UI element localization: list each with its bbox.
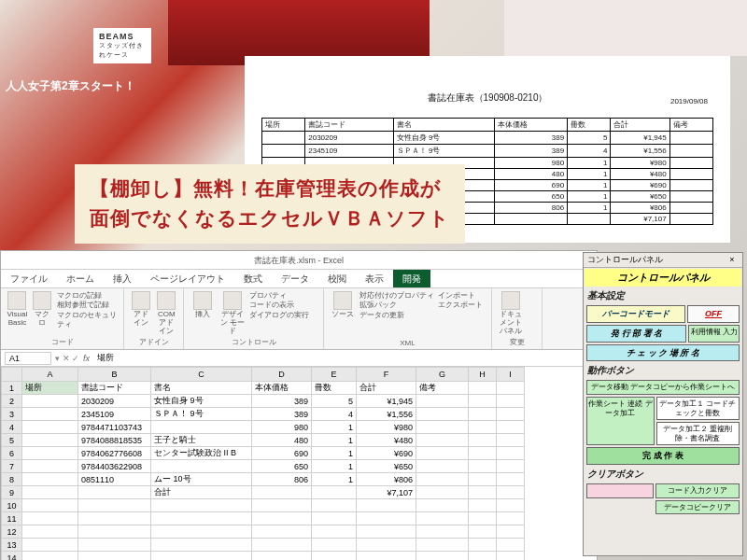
barcode-off-button[interactable]: OFF	[687, 305, 740, 323]
headline-line2: 面倒でなくなるエクセルＶＢＡソフト	[90, 207, 450, 229]
control-options[interactable]: プロパティ コードの表示 ダイアログの実行	[249, 291, 309, 320]
worksheet-process-button[interactable]: 作業シート 連続 データ加工	[586, 397, 655, 445]
com-addin-button[interactable]: COM アドイン	[156, 291, 178, 335]
excel-grid[interactable]: ABCDEFGHI1場所書誌コード書名本体価格冊数合計備考22030209女性自…	[1, 367, 597, 560]
insert-control-button[interactable]: 挿入	[190, 291, 216, 319]
fx-controls[interactable]: ▾ ✕ ✓	[55, 354, 79, 363]
design-mode-button[interactable]: デザイン モード	[219, 291, 246, 335]
proc2-button[interactable]: データ加工２ 重複削除・書名調査	[656, 422, 740, 445]
formula-bar: A1 ▾ ✕ ✓ fx 場所	[1, 350, 597, 367]
ribbon-tab-3[interactable]: ページレイアウト	[141, 270, 234, 287]
clear-pink-button[interactable]	[586, 483, 654, 498]
headline-banner: 【棚卸し】無料！在庫管理表の作成が 面倒でなくなるエクセルＶＢＡソフト	[75, 164, 465, 244]
doc-panel-button[interactable]: ドキュメント パネル	[498, 291, 524, 335]
xml-options[interactable]: 対応付けのプロパティ 拡張パック データの更新	[359, 291, 434, 320]
finish-button[interactable]: 完 成 作 表	[586, 447, 740, 465]
excel-window: 書誌在庫表.xlsm - Excel ファイルホーム挿入ページレイアウト数式デー…	[0, 250, 598, 560]
xml-io[interactable]: インポート エクスポート	[438, 291, 483, 311]
control-panel-window: コントロールパネル × コントロールパネル 基本設定 バーコードモード OFF …	[583, 252, 743, 556]
control-panel-titlebar[interactable]: コントロールパネル ×	[584, 253, 742, 268]
fx-icon: fx	[79, 354, 93, 363]
sheet-date: 2019/09/08	[670, 97, 708, 105]
beams-logo: BEAMS スタッズ付き れケース	[93, 28, 151, 63]
control-panel-heading: コントロールパネル	[585, 269, 741, 287]
ribbon-tab-5[interactable]: データ	[272, 270, 318, 287]
bg-chapter: 人人女子第2章スタート！	[6, 78, 135, 94]
section-ops: 動作ボタン	[584, 362, 742, 379]
close-icon[interactable]: ×	[726, 254, 739, 267]
xml-source-button[interactable]: ソース	[330, 291, 356, 319]
ribbon-tab-6[interactable]: 校閲	[318, 270, 356, 287]
formula-input[interactable]: 場所	[93, 351, 597, 365]
ribbon-tab-7[interactable]: 表示	[356, 270, 393, 287]
headline-line1: 【棚卸し】無料！在庫管理表の作成が	[90, 177, 442, 199]
barcode-mode-button[interactable]: バーコードモード	[586, 305, 685, 323]
macro-options[interactable]: マクロの記録 相対参照で記録 マクロのセキュリティ	[57, 291, 118, 330]
clear-code-button[interactable]: コード入力クリア	[655, 483, 740, 498]
ribbon-tab-4[interactable]: 数式	[234, 270, 272, 287]
section-basic: 基本設定	[584, 287, 742, 304]
check-location-button[interactable]: チ ェ ッ ク 場 所 名	[586, 344, 740, 362]
excel-ribbon: Visual Basic マクロ マクロの記録 相対参照で記録 マクロのセキュリ…	[1, 288, 597, 350]
ribbon-tab-0[interactable]: ファイル	[1, 270, 57, 287]
ribbon-tab-2[interactable]: 挿入	[104, 270, 141, 287]
issuer-button[interactable]: 発 行 部 署 名	[586, 325, 686, 343]
ribbon-tab-1[interactable]: ホーム	[57, 270, 104, 287]
macro-button[interactable]: マクロ	[32, 291, 53, 328]
ribbon-tab-8[interactable]: 開発	[393, 270, 430, 287]
visual-basic-button[interactable]: Visual Basic	[7, 291, 28, 328]
excel-titlebar: 書誌在庫表.xlsm - Excel	[1, 251, 597, 270]
data-move-button[interactable]: データ移動 データコピーから作業シートへ	[586, 380, 740, 395]
bg-magazine-right	[504, 0, 747, 56]
clear-copy-button[interactable]: データコピークリア	[655, 500, 740, 515]
excel-ribbon-tabs: ファイルホーム挿入ページレイアウト数式データ校閲表示開発	[1, 270, 597, 288]
sheet-title: 書誌在庫表（190908-0210）	[261, 91, 713, 105]
proc1-button[interactable]: データ加工１ コードチェックと冊数	[656, 397, 740, 420]
section-clear: クリアボタン	[584, 466, 742, 483]
usage-info-button[interactable]: 利用情報 入力	[688, 325, 740, 343]
addin-button[interactable]: アドイン	[130, 291, 152, 328]
name-box[interactable]: A1	[5, 352, 51, 365]
beams-sub: スタッズ付き れケース	[99, 41, 146, 60]
beams-text: BEAMS	[99, 32, 146, 41]
